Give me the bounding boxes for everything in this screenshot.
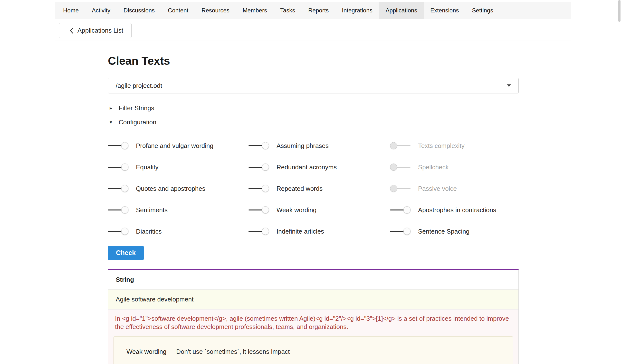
- toggle-indefinite-articles[interactable]: Indefinite articles: [248, 228, 390, 235]
- subheader-divider: [55, 40, 571, 40]
- toggle-switch-on[interactable]: [108, 142, 128, 149]
- toggle-weak-wording[interactable]: Weak wording: [248, 206, 390, 214]
- file-select-value: /agile project.odt: [116, 82, 507, 90]
- toggle-switch-off[interactable]: [390, 142, 411, 149]
- nav-item-tasks[interactable]: Tasks: [274, 2, 302, 19]
- nav-item-extensions[interactable]: Extensions: [424, 2, 465, 19]
- toggle-label: Equality: [136, 163, 159, 171]
- nav-item-home[interactable]: Home: [56, 2, 85, 19]
- triangle-collapsed-icon: ▸: [110, 105, 115, 111]
- toggle-switch-on[interactable]: [248, 185, 269, 192]
- check-button[interactable]: Check: [108, 246, 144, 260]
- nav-item-members[interactable]: Members: [236, 2, 274, 19]
- results-column-header: String: [108, 270, 518, 289]
- triangle-expanded-icon: ▾: [110, 119, 115, 125]
- file-select[interactable]: /agile project.odt: [108, 78, 519, 94]
- toggle-label: Indefinite articles: [276, 228, 324, 235]
- toggle-assuming-phrases[interactable]: Assuming phrases: [248, 142, 390, 150]
- toggle-switch-on[interactable]: [108, 185, 128, 192]
- toggle-label: Redundant acronyms: [276, 163, 337, 171]
- nav-item-discussions[interactable]: Discussions: [117, 2, 161, 19]
- result-string-row: Agile software development: [108, 289, 518, 310]
- toggle-switch-on[interactable]: [248, 206, 269, 214]
- toggle-label: Diacritics: [136, 228, 161, 235]
- toggle-texts-complexity[interactable]: Texts complexity: [390, 142, 519, 150]
- toggle-label: Profane and vulgar wording: [136, 142, 213, 150]
- toggle-equality[interactable]: Equality: [108, 163, 248, 171]
- issue-highlighted-text: In <g id="1">software development</g>, a…: [114, 314, 513, 331]
- main-content: Clean Texts /agile project.odt ▸ Filter …: [108, 54, 519, 364]
- applications-list-back-button[interactable]: Applications List: [59, 23, 132, 38]
- toggle-profane-and-vulgar-wording[interactable]: Profane and vulgar wording: [108, 142, 248, 150]
- toggle-apostrophes-in-contractions[interactable]: Apostrophes in contractions: [390, 206, 519, 214]
- toggle-quotes-and-apostrophes[interactable]: Quotes and apostrophes: [108, 185, 248, 192]
- nav-item-activity[interactable]: Activity: [85, 2, 117, 19]
- toggle-diacritics[interactable]: Diacritics: [108, 228, 248, 235]
- toggle-label: Spellcheck: [418, 163, 449, 171]
- toggle-label: Quotes and apostrophes: [136, 185, 205, 192]
- toggle-switch-on[interactable]: [108, 163, 128, 171]
- app-window: Home Activity Discussions Content Resour…: [0, 0, 621, 364]
- toggle-switch-on[interactable]: [108, 228, 128, 235]
- toggle-switch-on[interactable]: [108, 206, 128, 214]
- toggle-switch-off[interactable]: [390, 185, 411, 192]
- scrollbar[interactable]: [618, 0, 621, 22]
- nav-item-resources[interactable]: Resources: [195, 2, 236, 19]
- page-title: Clean Texts: [108, 54, 519, 68]
- chevron-left-icon: [69, 27, 74, 34]
- result-issue-area: In <g id="1">software development</g>, a…: [108, 310, 518, 364]
- toggle-switch-on[interactable]: [248, 228, 269, 235]
- toggle-switch-on[interactable]: [390, 228, 411, 235]
- nav-item-settings[interactable]: Settings: [466, 2, 500, 19]
- toggle-switch-on[interactable]: [390, 206, 411, 214]
- warning-category: Weak wording: [126, 348, 166, 355]
- nav-item-content[interactable]: Content: [161, 2, 195, 19]
- toggle-label: Repeated words: [276, 185, 323, 192]
- toggle-switch-off[interactable]: [390, 163, 411, 171]
- top-nav: Home Activity Discussions Content Resour…: [55, 2, 571, 19]
- toggle-label: Sentiments: [136, 206, 168, 214]
- section-filter-strings[interactable]: ▸ Filter Strings: [110, 104, 519, 112]
- toggle-label: Passive voice: [418, 185, 457, 192]
- toggle-passive-voice[interactable]: Passive voice: [390, 185, 519, 192]
- caret-down-icon: [507, 84, 511, 87]
- toggle-label: Texts complexity: [418, 142, 465, 150]
- toggle-redundant-acronyms[interactable]: Redundant acronyms: [248, 163, 390, 171]
- warning-box: Weak wording Don't use `sometimes`, it l…: [114, 336, 513, 364]
- nav-item-reports[interactable]: Reports: [302, 2, 335, 19]
- toggle-sentiments[interactable]: Sentiments: [108, 206, 248, 214]
- results-panel: String Agile software development In <g …: [108, 269, 519, 364]
- configuration-toggle-grid: Profane and vulgar wording Assuming phra…: [108, 135, 519, 242]
- toggle-repeated-words[interactable]: Repeated words: [248, 185, 390, 192]
- section-filter-strings-label: Filter Strings: [119, 104, 154, 112]
- toggle-label: Sentence Spacing: [418, 228, 469, 235]
- toggle-switch-on[interactable]: [248, 163, 269, 171]
- back-button-label: Applications List: [77, 27, 123, 34]
- section-configuration[interactable]: ▾ Configuration: [110, 118, 519, 127]
- section-configuration-label: Configuration: [119, 118, 156, 126]
- toggle-label: Assuming phrases: [276, 142, 329, 150]
- nav-item-applications[interactable]: Applications: [379, 2, 424, 19]
- toggle-sentence-spacing[interactable]: Sentence Spacing: [390, 228, 519, 235]
- nav-item-integrations[interactable]: Integrations: [335, 2, 379, 19]
- toggle-switch-on[interactable]: [248, 142, 269, 149]
- toggle-spellcheck[interactable]: Spellcheck: [390, 163, 519, 171]
- toggle-label: Apostrophes in contractions: [418, 206, 496, 214]
- toggle-label: Weak wording: [276, 206, 316, 214]
- warning-message: Don't use `sometimes`, it lessens impact: [176, 348, 290, 355]
